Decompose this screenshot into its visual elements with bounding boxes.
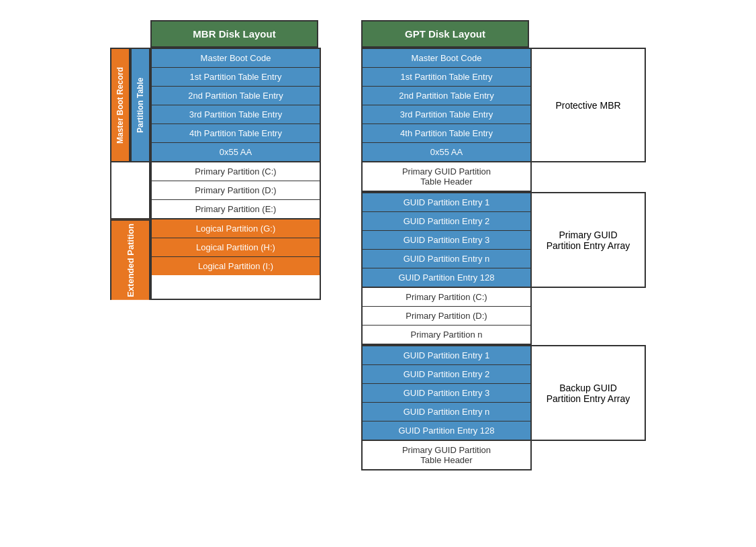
gpt-row: GUID Partition Entry n	[363, 250, 530, 268]
mbr-title: MBR Disk Layout	[150, 20, 318, 48]
gpt-row: Primary Partition n	[363, 326, 530, 344]
mbr-lower-section: Extended Patition Logical Partition (G:)…	[110, 219, 321, 300]
gpt-row: 4th Partition Table Entry	[363, 124, 530, 143]
gpt-backup-header-row: Primary GUID PartitionTable Header	[363, 441, 530, 469]
mbr-middle-section: Primary Partition (C:)Primary Partition …	[110, 162, 321, 219]
mbr-upper-body: Master Boot Record Partition Table Maste…	[110, 48, 321, 162]
gpt-partitions-group: Primary Partition (C:)Primary Partition …	[361, 288, 646, 345]
mbr-top-rows: Master Boot Code1st Partition Table Entr…	[150, 48, 321, 162]
gpt-protective-label: Protective MBR	[532, 48, 646, 162]
gpt-row: GUID Partition Entry 3	[363, 231, 530, 250]
gpt-row: GUID Partition Entry 3	[363, 384, 530, 403]
gpt-backup-header-wrapper: Primary GUID PartitionTable Header	[361, 441, 532, 470]
mbr-middle-rows: Primary Partition (C:)Primary Partition …	[150, 162, 321, 219]
page-container: MBR Disk Layout Master Boot Record Parti…	[110, 20, 646, 470]
gpt-row: 2nd Partition Table Entry	[363, 87, 530, 105]
mbr-row: 2nd Partition Table Entry	[152, 87, 320, 105]
gpt-protective-rows: Master Boot Code1st Partition Table Entr…	[361, 48, 532, 162]
gpt-row: GUID Partition Entry 1	[363, 346, 530, 365]
mbr-row: 4th Partition Table Entry	[152, 124, 320, 143]
gpt-primary-guid-rows: GUID Partition Entry 1GUID Partition Ent…	[361, 192, 532, 288]
mbr-section: MBR Disk Layout Master Boot Record Parti…	[110, 20, 321, 300]
gpt-protective-group: Master Boot Code1st Partition Table Entr…	[361, 48, 646, 162]
gpt-primary-guid-label: Primary GUIDPartition Entry Array	[532, 192, 646, 288]
gpt-row: GUID Partition Entry 2	[363, 212, 530, 231]
mbr-extended-label: Extended Patition	[110, 219, 150, 300]
mbr-row: Primary Partition (D:)	[152, 181, 320, 200]
gpt-backup-guid-label: Backup GUIDPartition Entry Array	[532, 345, 646, 441]
gpt-section: GPT Disk Layout Master Boot Code1st Part…	[361, 20, 646, 470]
gpt-title: GPT Disk Layout	[361, 20, 529, 48]
gpt-primary-header-group: Primary GUID PartitionTable Header	[361, 162, 646, 192]
gpt-row: GUID Partition Entry 128	[363, 421, 530, 441]
gpt-primary-header-row: Primary GUID PartitionTable Header	[363, 162, 530, 191]
gpt-row: GUID Partition Entry 128	[363, 268, 530, 288]
gpt-row: GUID Partition Entry 2	[363, 365, 530, 384]
gpt-title-row: GPT Disk Layout	[361, 20, 646, 48]
gpt-primary-header-spacer	[532, 162, 646, 192]
mbr-label-partition: Partition Table	[130, 48, 150, 162]
gpt-backup-guid-group: GUID Partition Entry 1GUID Partition Ent…	[361, 345, 646, 441]
mbr-row: Logical Partition (H:)	[152, 238, 320, 257]
gpt-row: 3rd Partition Table Entry	[363, 105, 530, 124]
mbr-row: 1st Partition Table Entry	[152, 68, 320, 87]
gpt-row: 1st Partition Table Entry	[363, 68, 530, 87]
gpt-backup-header-group: Primary GUID PartitionTable Header	[361, 441, 646, 470]
mbr-title-row: MBR Disk Layout	[150, 20, 318, 48]
mbr-row: Master Boot Code	[152, 49, 320, 68]
mbr-left-spacer	[110, 162, 150, 219]
gpt-row: GUID Partition Entry 1	[363, 193, 530, 212]
gpt-row: 0x55 AA	[363, 143, 530, 162]
mbr-left-labels: Master Boot Record Partition Table	[110, 48, 150, 162]
gpt-primary-header-wrapper: Primary GUID PartitionTable Header	[361, 162, 532, 192]
gpt-row: GUID Partition Entry n	[363, 403, 530, 421]
mbr-row: Logical Partition (I:)	[152, 257, 320, 275]
gpt-backup-guid-rows: GUID Partition Entry 1GUID Partition Ent…	[361, 345, 532, 441]
mbr-row: Primary Partition (C:)	[152, 162, 320, 181]
gpt-partition-spacer	[532, 288, 646, 345]
gpt-row: Primary Partition (D:)	[363, 307, 530, 326]
mbr-row: Logical Partition (G:)	[152, 219, 320, 238]
gpt-primary-guid-group: GUID Partition Entry 1GUID Partition Ent…	[361, 192, 646, 288]
mbr-label-master: Master Boot Record	[110, 48, 130, 162]
gpt-partition-rows: Primary Partition (C:)Primary Partition …	[361, 288, 532, 345]
mbr-row: Primary Partition (E:)	[152, 200, 320, 218]
gpt-row: Master Boot Code	[363, 49, 530, 68]
gpt-row: Primary Partition (C:)	[363, 288, 530, 307]
mbr-row: 0x55 AA	[152, 143, 320, 161]
mbr-extended-rows: Logical Partition (G:)Logical Partition …	[150, 219, 321, 300]
mbr-row: 3rd Partition Table Entry	[152, 105, 320, 124]
gpt-backup-header-spacer	[532, 441, 646, 470]
